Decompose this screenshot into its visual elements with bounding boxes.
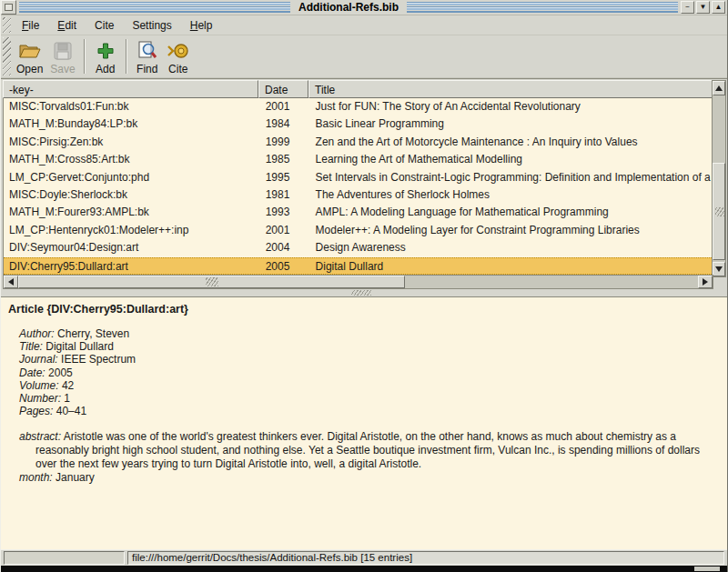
column-header-title[interactable]: Title [308, 80, 713, 98]
desktop-strip [1, 566, 727, 572]
window-title: Additional-Refs.bib [293, 0, 404, 15]
field-volume: Volume: 42 [19, 379, 720, 392]
entry-header: Article {DIV:Cherry95:Dullard:art} [8, 303, 720, 316]
menu-cite[interactable]: Cite [86, 16, 123, 35]
table-row[interactable]: MISC:Doyle:Sherlock:bk 1981 The Adventur… [4, 186, 713, 204]
statusbar: file:///home/gerrit/Docs/thesis/Addition… [1, 549, 727, 566]
toolbar-separator [84, 39, 86, 74]
shade-button[interactable]: ▼ [696, 1, 710, 14]
menu-help[interactable]: Help [181, 16, 222, 35]
add-button[interactable]: Add [90, 36, 121, 76]
field-number: Number: 1 [19, 392, 720, 405]
add-plus-icon [96, 39, 115, 63]
menu-edit[interactable]: Edit [48, 16, 86, 35]
field-abstract: abstract: Aristotle was one of the world… [19, 430, 707, 470]
toolbar: Open Save Add [1, 35, 727, 78]
table-row[interactable]: MATH_M:Bunday84:LP:bk 1984 Basic Linear … [4, 115, 713, 133]
field-journal: Journal: IEEE Spectrum [19, 353, 720, 366]
table-row[interactable]: MATH_M:Cross85:Art:bk 1985 Learning the … [4, 151, 713, 168]
save-button[interactable]: Save [46, 36, 78, 76]
scroll-left-icon[interactable] [4, 276, 18, 288]
field-title: Title: Digital Dullard [19, 340, 720, 353]
scroll-up-icon[interactable] [713, 81, 725, 95]
cite-label: Cite [168, 63, 187, 75]
table-row[interactable]: MISC:Pirsig:Zen:bk 1999 Zen and the Art … [4, 134, 713, 151]
window-menu-icon [5, 4, 13, 11]
table-row[interactable]: DIV:Seymour04:Design:art 2004 Design Awa… [4, 239, 713, 256]
pane-separator-grip[interactable] [351, 290, 371, 296]
toolbar-drag-handle[interactable] [3, 37, 11, 75]
table-body: MISC:Torvalds01:Fun:bk 2001 Just for FUN… [3, 98, 713, 275]
entry-detail-pane: Article {DIV:Cherry95:Dullard:art} Autho… [1, 296, 727, 549]
open-folder-icon [18, 39, 42, 63]
reference-table: -key- Date Title MISC:Torvalds01:Fun:bk … [1, 78, 727, 289]
taskbar-stub [694, 567, 720, 571]
app-window: Additional-Refs.bib − ▼ ▲ File Edit Cite… [0, 0, 728, 572]
table-row-selected[interactable]: DIV:Cherry95:Dullard:art 2005 Digital Du… [4, 257, 713, 275]
maximize-button[interactable]: ▲ [712, 1, 725, 14]
table-row[interactable]: LM_CP:Hentenryck01:Modeler++:inp 2001 Mo… [4, 222, 713, 239]
column-header-key[interactable]: -key- [3, 80, 258, 98]
scroll-down-icon[interactable] [713, 262, 725, 276]
field-author: Author: Cherry, Steven [19, 327, 720, 340]
save-floppy-icon [53, 39, 73, 63]
window-menu-button[interactable] [1, 0, 16, 15]
pane-separator[interactable] [1, 289, 727, 296]
scroll-right-icon[interactable] [698, 276, 713, 288]
titlebar-stripes-right[interactable] [407, 2, 678, 13]
table-row[interactable]: MATH_M:Fourer93:AMPL:bk 1993 AMPL: A Mod… [4, 204, 713, 221]
horizontal-scrollbar[interactable] [3, 275, 713, 289]
cite-button[interactable]: Cite [163, 36, 194, 76]
titlebar: Additional-Refs.bib − ▼ ▲ [1, 0, 727, 15]
find-magnifier-icon [136, 39, 158, 63]
statusbar-text: file:///home/gerrit/Docs/thesis/Addition… [127, 551, 724, 565]
cite-icon [167, 39, 190, 63]
field-date: Date: 2005 [19, 366, 720, 379]
field-month: month: January [19, 471, 720, 485]
open-button[interactable]: Open [13, 36, 46, 76]
find-button[interactable]: Find [132, 36, 163, 76]
open-label: Open [16, 63, 43, 75]
find-label: Find [136, 63, 157, 75]
menu-file[interactable]: File [13, 16, 48, 35]
titlebar-stripes-left[interactable] [19, 2, 290, 13]
table-row[interactable]: LM_CP:Gervet:Conjunto:phd 1995 Set Inter… [4, 169, 713, 186]
save-label: Save [50, 63, 75, 75]
menubar: File Edit Cite Settings Help [1, 15, 727, 35]
statusbar-progress-box [4, 551, 125, 565]
menubar-drag-handle[interactable] [3, 17, 11, 33]
window-controls: − ▼ ▲ [681, 0, 727, 15]
horizontal-scrollbar-thumb[interactable] [18, 276, 405, 288]
toolbar-separator [126, 39, 127, 74]
add-label: Add [96, 63, 115, 75]
table-row[interactable]: MISC:Torvalds01:Fun:bk 2001 Just for FUN… [4, 98, 713, 115]
vertical-scrollbar-thumb[interactable] [713, 163, 725, 260]
table-header: -key- Date Title [3, 80, 713, 98]
entry-fields: Author: Cherry, Steven Title: Digital Du… [19, 327, 720, 417]
vertical-scrollbar[interactable] [712, 80, 726, 277]
menu-settings[interactable]: Settings [123, 16, 180, 35]
column-header-date[interactable]: Date [258, 80, 308, 98]
field-pages: Pages: 40–41 [19, 405, 720, 417]
minimize-button[interactable]: − [681, 1, 694, 14]
